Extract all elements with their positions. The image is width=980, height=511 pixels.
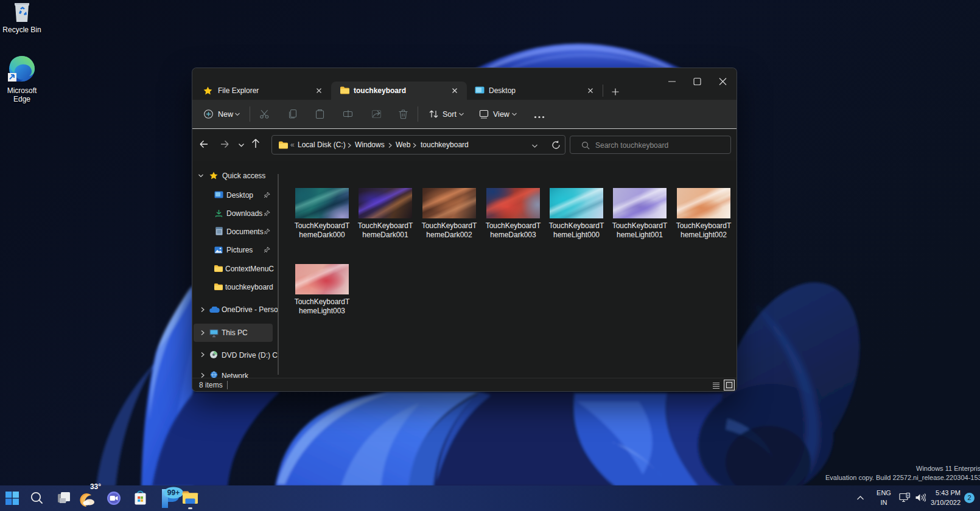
svg-text:99+: 99+ <box>167 488 180 497</box>
